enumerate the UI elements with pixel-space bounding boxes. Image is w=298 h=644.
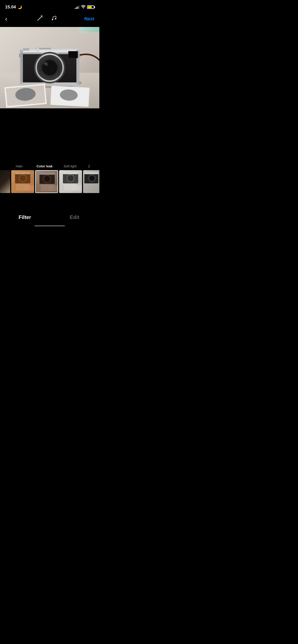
battery-icon <box>87 5 94 9</box>
image-container <box>0 27 99 108</box>
main-image <box>0 27 99 108</box>
filter-label-halo[interactable]: Halo <box>6 164 32 168</box>
svg-rect-44 <box>15 172 30 174</box>
svg-rect-58 <box>36 171 58 193</box>
filter-thumb-soft-light[interactable] <box>59 170 82 193</box>
wifi-icon <box>81 5 86 9</box>
filter-thumb-halo[interactable] <box>11 170 34 193</box>
svg-rect-48 <box>24 184 34 191</box>
svg-rect-43 <box>15 173 30 183</box>
svg-point-5 <box>43 16 43 17</box>
signal-icon <box>75 5 79 9</box>
svg-rect-71 <box>84 172 98 174</box>
bottom-tabs: Filter Edit <box>0 209 99 223</box>
filter-label-z[interactable]: Z <box>83 164 96 168</box>
svg-rect-69 <box>83 183 99 193</box>
home-indicator <box>0 223 99 229</box>
status-time: 15.04 <box>5 5 16 10</box>
svg-point-4 <box>40 15 41 16</box>
svg-point-45 <box>19 174 27 182</box>
svg-point-7 <box>52 19 53 20</box>
svg-point-46 <box>20 175 26 181</box>
svg-rect-42 <box>11 183 34 193</box>
home-bar <box>34 225 65 226</box>
svg-rect-31 <box>19 54 21 57</box>
svg-point-22 <box>42 60 57 75</box>
svg-rect-41 <box>11 170 34 193</box>
svg-point-2 <box>42 16 42 16</box>
moon-icon: 🌙 <box>18 5 22 9</box>
svg-point-6 <box>41 15 42 15</box>
svg-rect-30 <box>23 48 29 51</box>
filter-thumb-color-leak[interactable] <box>35 170 58 193</box>
svg-point-8 <box>55 18 56 20</box>
status-icons <box>75 5 94 9</box>
tab-filter[interactable]: Filter <box>0 214 50 220</box>
filter-label-soft-light[interactable]: Soft light <box>57 164 83 168</box>
back-button[interactable]: ‹ <box>5 14 9 24</box>
svg-point-73 <box>89 175 95 181</box>
svg-line-0 <box>38 17 41 20</box>
next-button[interactable]: Next <box>84 16 94 22</box>
filter-labels: Halo Color leak Soft light Z <box>0 164 99 170</box>
tab-edit[interactable]: Edit <box>50 214 99 220</box>
status-bar: 15.04 🌙 <box>0 0 99 13</box>
filter-thumb-z[interactable] <box>83 170 99 193</box>
black-spacer <box>0 108 99 164</box>
bottom-spacer <box>0 194 99 209</box>
svg-rect-34 <box>58 52 76 82</box>
svg-point-29 <box>36 48 39 51</box>
filter-thumb-partial[interactable] <box>0 170 10 193</box>
svg-rect-47 <box>16 184 29 191</box>
svg-line-1 <box>41 16 42 17</box>
filter-section: Halo Color leak Soft light Z <box>0 164 99 194</box>
toolbar: ‹ Next <box>0 13 99 27</box>
svg-point-24 <box>51 69 53 71</box>
filter-thumbnails[interactable] <box>0 170 99 194</box>
music-icon[interactable] <box>50 15 57 23</box>
svg-rect-49 <box>11 170 34 193</box>
svg-rect-67 <box>59 170 82 193</box>
magic-wand-icon[interactable] <box>37 15 43 23</box>
svg-rect-33 <box>21 52 42 82</box>
filter-label-color-leak[interactable]: Color leak <box>32 164 57 168</box>
svg-point-3 <box>42 17 43 18</box>
color-leak-overlay <box>79 27 99 32</box>
